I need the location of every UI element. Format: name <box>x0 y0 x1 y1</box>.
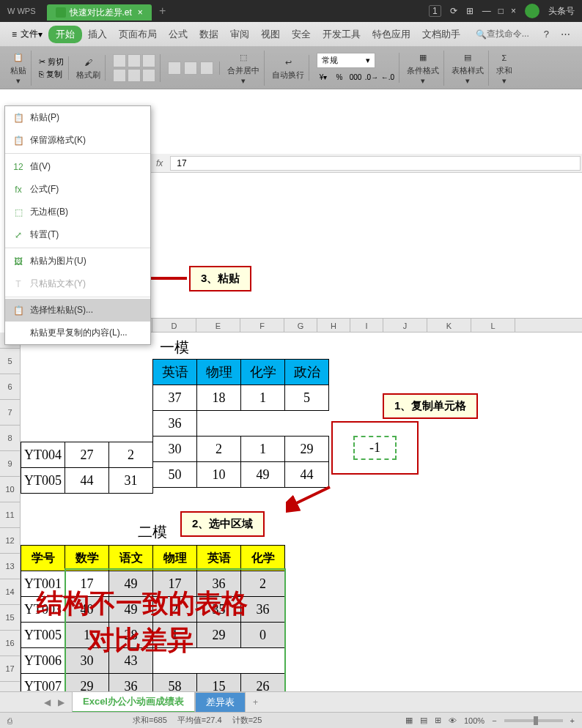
close-icon[interactable]: × <box>138 7 143 18</box>
row-header[interactable]: 14 <box>0 579 20 605</box>
sum-button[interactable]: Σ 求和▾ <box>496 51 512 86</box>
zoom-out-icon[interactable]: − <box>492 716 496 725</box>
decimal-dec-icon[interactable]: ←.0 <box>381 71 394 83</box>
menu-data[interactable]: 数据 <box>194 28 224 41</box>
tab-nav-next[interactable]: ▶ <box>58 697 65 707</box>
menu-start[interactable]: 开始 <box>48 26 82 43</box>
table-style-button[interactable]: ▤ 表格样式▾ <box>452 51 484 86</box>
row-header[interactable]: 6 <box>0 374 20 400</box>
menu-doc-helper[interactable]: 文档助手 <box>416 28 466 41</box>
paste-option-values[interactable]: 12值(V) <box>5 155 150 178</box>
add-tab-button[interactable]: + <box>159 4 166 18</box>
th[interactable]: 英语 <box>153 360 197 385</box>
tab-nav-prev[interactable]: ◀ <box>44 697 51 707</box>
zoom-level[interactable]: 100% <box>464 716 485 725</box>
merge-center-button[interactable]: ⬚ 合并居中▾ <box>227 51 259 86</box>
col-header[interactable]: F <box>240 319 284 332</box>
formula-input[interactable]: 17 <box>170 156 581 171</box>
view-normal-icon[interactable]: ▦ <box>405 716 413 725</box>
menu-special[interactable]: 特色应用 <box>366 28 416 41</box>
menu-insert[interactable]: 插入 <box>82 28 113 41</box>
menu-formula[interactable]: 公式 <box>163 28 194 41</box>
row-header[interactable]: 7 <box>0 400 20 426</box>
paste-option-keep-source[interactable]: 📋保留源格式(K) <box>5 129 150 152</box>
app-logo: W WPS <box>0 7 43 15</box>
add-sheet-button[interactable]: + <box>246 697 265 707</box>
align-top-right[interactable] <box>142 54 155 67</box>
row-header[interactable]: 16 <box>0 631 20 656</box>
grid-icon[interactable]: ⊞ <box>466 6 474 16</box>
col-header[interactable]: K <box>427 319 471 332</box>
paste-button[interactable]: 📋 粘贴 ▾ <box>10 51 26 86</box>
more-icon[interactable]: ⋯ <box>555 29 576 40</box>
view-break-icon[interactable]: ⊞ <box>435 716 441 725</box>
row-header[interactable]: 8 <box>0 426 20 451</box>
hamburger-icon[interactable]: ≡文件 ▾ <box>6 28 48 40</box>
copy-button[interactable]: ⎘复制 <box>39 69 64 80</box>
sync-icon[interactable]: ⟳ <box>450 6 457 16</box>
paste-option-paste[interactable]: 📋粘贴(P) <box>5 106 150 129</box>
menu-page-layout[interactable]: 页面布局 <box>113 28 163 41</box>
close-window-icon[interactable]: × <box>511 6 516 16</box>
paste-option-transpose[interactable]: ⤢转置(T) <box>5 223 150 246</box>
indent-decrease[interactable] <box>168 62 181 75</box>
col-header[interactable]: D <box>152 319 196 332</box>
paste-option-formulas[interactable]: fx公式(F) <box>5 178 150 201</box>
menu-review[interactable]: 审阅 <box>224 28 255 41</box>
sheet-tab-diff[interactable]: 差异表 <box>195 692 246 713</box>
sheet-tab-active[interactable]: Excel办公小动画成绩表 <box>72 691 195 713</box>
row-header[interactable]: 5 <box>0 349 20 374</box>
comma-icon[interactable]: 000 <box>349 71 362 83</box>
cut-button[interactable]: ✂剪切 <box>39 56 64 67</box>
align-top-center[interactable] <box>128 54 141 67</box>
status-mode-icon[interactable]: ⎙ <box>7 716 12 725</box>
help-button[interactable]: ? <box>538 29 555 40</box>
th[interactable]: 化学 <box>241 360 285 385</box>
cond-format-button[interactable]: ▦ 条件格式▾ <box>407 51 439 86</box>
th[interactable]: 物理 <box>197 360 241 385</box>
menu-view[interactable]: 视图 <box>255 28 286 41</box>
orientation[interactable] <box>200 62 213 75</box>
col-header[interactable]: E <box>196 319 240 332</box>
decimal-inc-icon[interactable]: .0→ <box>365 71 378 83</box>
zoom-slider[interactable] <box>504 719 563 722</box>
row-header[interactable]: 15 <box>0 605 20 631</box>
align-top-left[interactable] <box>113 54 126 67</box>
currency-icon[interactable]: ¥▾ <box>317 71 330 83</box>
view-page-icon[interactable]: ▤ <box>420 716 427 725</box>
format-painter-button[interactable]: 🖌 格式刷 <box>76 55 100 81</box>
menu-security[interactable]: 安全 <box>286 28 317 41</box>
col-header[interactable]: L <box>471 319 515 332</box>
row-header[interactable]: 9 <box>0 451 20 477</box>
row-header[interactable]: 10 <box>0 477 20 502</box>
indent-increase[interactable] <box>184 62 197 75</box>
col-header[interactable]: G <box>284 319 317 332</box>
paste-option-as-picture[interactable]: 🖼粘贴为图片(U) <box>5 250 150 272</box>
paste-option-no-border[interactable]: ⬚无边框(B) <box>5 201 150 223</box>
align-mid-center[interactable] <box>128 69 141 82</box>
paste-option-earlier[interactable]: 粘贴更早复制的内容(L)... <box>5 322 150 344</box>
menu-devtools[interactable]: 开发工具 <box>317 28 366 41</box>
align-mid-right[interactable] <box>142 69 155 82</box>
eye-icon[interactable]: 👁 <box>449 716 457 725</box>
align-mid-left[interactable] <box>113 69 126 82</box>
command-search[interactable]: 🔍 查找命令... <box>476 28 529 40</box>
zoom-in-icon[interactable]: + <box>570 716 575 725</box>
document-tab[interactable]: 快速对比差异.et × <box>47 4 152 21</box>
percent-icon[interactable]: % <box>333 71 346 83</box>
paste-option-special[interactable]: 📋选择性粘贴(S)... <box>5 299 150 322</box>
number-format-select[interactable]: 常规▾ <box>317 53 375 68</box>
auto-wrap-button[interactable]: ↩ 自动换行 <box>272 55 304 81</box>
row-header[interactable]: 17 <box>0 656 20 682</box>
col-header[interactable]: J <box>383 319 427 332</box>
col-header[interactable]: I <box>350 319 383 332</box>
fx-icon[interactable]: fx <box>150 158 169 168</box>
th[interactable]: 政治 <box>285 360 329 385</box>
row-header[interactable]: 13 <box>0 554 20 579</box>
col-header[interactable]: H <box>317 319 350 332</box>
row-header[interactable]: 12 <box>0 528 20 554</box>
maximize-icon[interactable]: □ <box>498 6 504 16</box>
minimize-icon[interactable]: — <box>482 6 491 16</box>
row-header[interactable]: 11 <box>0 502 20 528</box>
user-avatar[interactable] <box>525 4 539 18</box>
